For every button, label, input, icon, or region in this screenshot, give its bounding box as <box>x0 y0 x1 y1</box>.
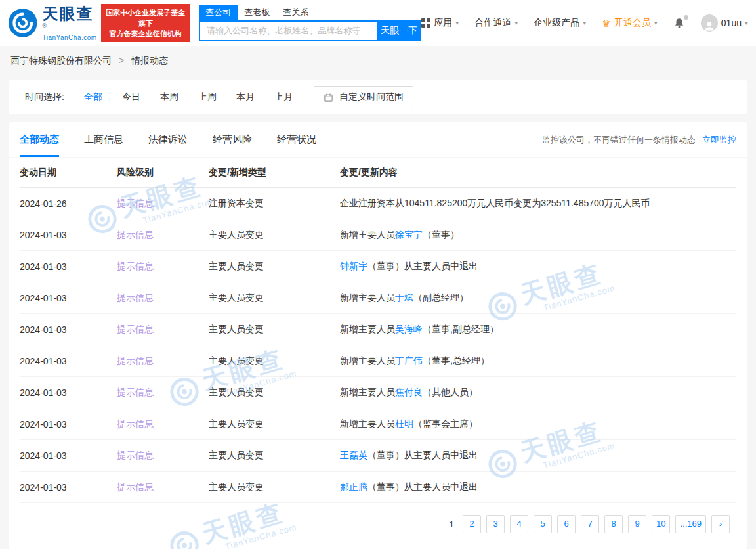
main-tab[interactable]: 经营风险 <box>213 122 252 157</box>
badge-line2: 官方备案企业征信机构 <box>106 28 185 39</box>
risk-level-cell: 提示信息 <box>117 450 209 462</box>
monitor-now-link[interactable]: 立即监控 <box>702 134 736 146</box>
change-date: 2024-01-03 <box>20 324 117 335</box>
risk-level-cell: 提示信息 <box>117 198 209 209</box>
bell-icon <box>673 17 685 29</box>
main-tab[interactable]: 经营状况 <box>277 122 316 157</box>
nav-vip[interactable]: ♛ 开通会员 ▾ <box>602 17 657 29</box>
person-link[interactable]: 徐宝宁 <box>395 229 423 240</box>
monitor-text: 监控该公司，不再错过任何一条情报动态 <box>542 134 696 146</box>
time-option[interactable]: 今日 <box>122 91 140 103</box>
change-type: 主要人员变更 <box>209 261 340 273</box>
table-row: 2024-01-03提示信息主要人员变更王磊英（董事）从主要人员中退出 <box>20 440 736 472</box>
change-date: 2024-01-03 <box>20 261 117 272</box>
person-link[interactable]: 郝正腾 <box>340 481 368 492</box>
notification-bell[interactable] <box>673 17 685 29</box>
time-options: 全部今日本周上周本月上月 <box>84 91 293 103</box>
risk-level-link[interactable]: 提示信息 <box>117 387 154 397</box>
table-row: 2024-01-03提示信息主要人员变更郝正腾（董事）从主要人员中退出 <box>20 472 736 503</box>
person-link[interactable]: 焦付良 <box>395 387 423 397</box>
person-link[interactable]: 王磊英 <box>340 450 368 460</box>
time-option[interactable]: 本周 <box>160 91 178 103</box>
intel-card: 全部动态工商信息法律诉讼经营风险经营状况 监控该公司，不再错过任何一条情报动态 … <box>9 122 747 549</box>
person-icon <box>704 20 715 32</box>
risk-level-link[interactable]: 提示信息 <box>117 355 154 366</box>
nav-apps[interactable]: 应用 ▾ <box>421 17 459 29</box>
person-link[interactable]: 丁广伟 <box>395 355 423 366</box>
table-row: 2024-01-03提示信息主要人员变更新增主要人员杜明（监事会主席） <box>20 408 736 440</box>
risk-level-link[interactable]: 提示信息 <box>117 418 154 429</box>
search-tab[interactable]: 查关系 <box>276 5 315 20</box>
table-row: 2024-01-03提示信息主要人员变更新增主要人员丁广伟（董事,总经理） <box>20 345 736 377</box>
time-option[interactable]: 上月 <box>274 91 293 103</box>
page-button[interactable]: 9 <box>628 515 646 533</box>
time-option[interactable]: 上周 <box>198 91 217 103</box>
risk-level-link[interactable]: 提示信息 <box>117 450 154 460</box>
nav-vip-label: 开通会员 <box>614 17 651 29</box>
breadcrumb-separator: > <box>119 55 124 66</box>
intel-table: 变动日期风险级别变更/新增类型变更/更新内容 2024-01-26提示信息注册资… <box>9 158 747 503</box>
change-date: 2024-01-03 <box>20 230 117 240</box>
page-button[interactable]: 6 <box>557 515 576 533</box>
time-option[interactable]: 全部 <box>84 91 102 103</box>
table-row: 2024-01-26提示信息注册资本变更企业注册资本从104511.825200… <box>20 188 736 219</box>
search-row: 天眼一下 <box>199 20 421 41</box>
time-option[interactable]: 本月 <box>236 91 255 103</box>
change-date: 2024-01-03 <box>20 356 117 366</box>
page-button[interactable]: 3 <box>486 515 505 533</box>
page-button[interactable]: 4 <box>510 515 528 533</box>
crown-icon: ♛ <box>602 18 610 28</box>
nav-apps-label: 应用 <box>434 17 452 29</box>
content-text: （董事） <box>423 229 459 240</box>
page-button[interactable]: 10 <box>652 515 670 533</box>
table-row: 2024-01-03提示信息主要人员变更新增主要人员吴海峰（董事,副总经理） <box>20 314 736 345</box>
search-tab[interactable]: 查公司 <box>199 5 238 20</box>
change-type: 主要人员变更 <box>209 229 340 241</box>
page-button[interactable]: 7 <box>581 515 599 533</box>
change-content: 企业注册资本从104511.825200万元人民币变更为325511.48570… <box>340 198 736 209</box>
risk-level-cell: 提示信息 <box>117 324 209 336</box>
change-content: 新增主要人员于斌（副总经理） <box>340 292 736 304</box>
nav-cooperation[interactable]: 合作通道 ▾ <box>474 17 518 29</box>
custom-range-button[interactable]: 自定义时间范围 <box>314 86 413 108</box>
search-tab[interactable]: 查老板 <box>238 5 276 20</box>
risk-level-cell: 提示信息 <box>117 355 209 367</box>
change-type: 主要人员变更 <box>209 450 340 462</box>
content-text: 新增主要人员 <box>340 324 395 334</box>
person-link[interactable]: 钟新宇 <box>340 261 368 271</box>
next-page-button[interactable]: › <box>711 515 730 533</box>
change-date: 2024-01-03 <box>20 482 117 493</box>
person-link[interactable]: 杜明 <box>395 418 413 429</box>
page-button[interactable]: 2 <box>463 515 481 533</box>
nav-enterprise[interactable]: 企业级产品 ▾ <box>534 17 586 29</box>
user-menu[interactable]: 01uu ▾ <box>701 14 748 32</box>
person-link[interactable]: 于斌 <box>395 292 413 303</box>
content-text: 企业注册资本从104511.825200万元人民币变更为325511.48570… <box>340 198 650 208</box>
page-button[interactable]: ...169 <box>675 515 706 533</box>
main-tab[interactable]: 法律诉讼 <box>148 122 188 157</box>
breadcrumb-company[interactable]: 西宁特殊钢股份有限公司 <box>10 55 112 66</box>
risk-level-link[interactable]: 提示信息 <box>117 229 154 240</box>
column-header: 风险级别 <box>117 167 209 179</box>
site-logo[interactable]: 天眼查® TianYanCha.com <box>8 5 97 41</box>
person-link[interactable]: 吴海峰 <box>395 324 423 334</box>
risk-level-link[interactable]: 提示信息 <box>117 324 154 334</box>
risk-level-link[interactable]: 提示信息 <box>117 481 154 492</box>
column-header: 变更/新增类型 <box>209 167 340 179</box>
badge-line1: 国家中小企业发展子基金旗下 <box>106 7 185 28</box>
risk-level-link[interactable]: 提示信息 <box>117 292 154 303</box>
search-input[interactable] <box>199 20 377 41</box>
tianyancha-logo-icon <box>8 8 37 38</box>
chevron-down-icon: ▾ <box>583 20 586 26</box>
table-row: 2024-01-03提示信息主要人员变更新增主要人员焦付良（其他人员） <box>20 377 736 408</box>
risk-level-link[interactable]: 提示信息 <box>117 198 154 208</box>
main-tab[interactable]: 工商信息 <box>84 122 123 157</box>
main-tab[interactable]: 全部动态 <box>20 122 59 157</box>
risk-level-link[interactable]: 提示信息 <box>117 261 154 271</box>
search-button[interactable]: 天眼一下 <box>377 20 421 41</box>
page-button[interactable]: 5 <box>534 515 552 533</box>
risk-level-cell: 提示信息 <box>117 418 209 430</box>
registered-mark: ® <box>42 22 47 29</box>
page-button[interactable]: 8 <box>604 515 623 533</box>
change-content: 新增主要人员丁广伟（董事,总经理） <box>340 355 736 367</box>
